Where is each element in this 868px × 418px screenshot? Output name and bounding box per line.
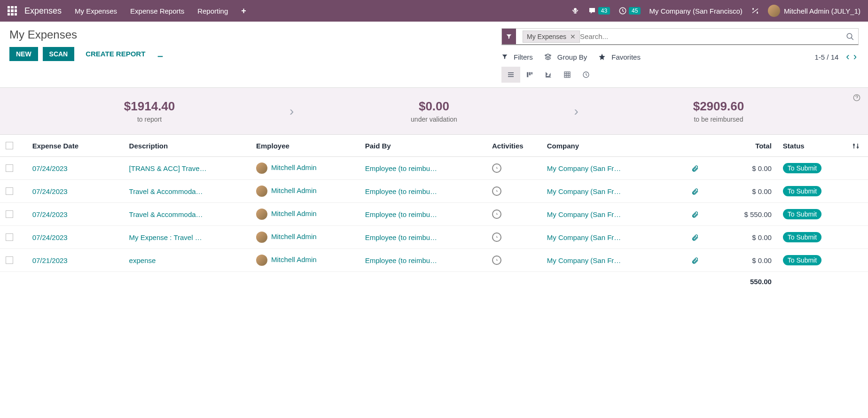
clock-icon[interactable] <box>492 186 501 196</box>
settings-icon[interactable] <box>751 7 759 15</box>
clock-icon[interactable] <box>492 232 501 242</box>
cell-activities[interactable] <box>486 226 541 249</box>
status-badge: To Submit <box>783 209 821 219</box>
col-description[interactable]: Description <box>124 135 250 157</box>
status-badge: To Submit <box>783 163 821 173</box>
nav-add-icon[interactable]: + <box>241 6 246 16</box>
dashboard-to-report[interactable]: $1914.40 to report <box>19 99 280 123</box>
col-status[interactable]: Status <box>777 135 844 157</box>
row-checkbox[interactable] <box>6 187 13 195</box>
nav-expense-reports[interactable]: Expense Reports <box>130 7 184 15</box>
col-company[interactable]: Company <box>541 135 668 157</box>
cell-activities[interactable] <box>486 203 541 226</box>
svg-rect-6 <box>508 74 514 75</box>
table-row[interactable]: 07/24/2023 Travel & Accommoda… Mitchell … <box>0 203 868 226</box>
svg-rect-11 <box>564 72 570 77</box>
cell-activities[interactable] <box>486 157 541 180</box>
nav-my-expenses[interactable]: My Expenses <box>75 7 117 15</box>
col-employee[interactable]: Employee <box>250 135 360 157</box>
company-switcher[interactable]: My Company (San Francisco) <box>649 7 742 15</box>
col-paidby[interactable]: Paid By <box>360 135 486 157</box>
attachment-icon[interactable] <box>691 256 699 264</box>
cell-description: My Expense : Travel … <box>124 226 250 249</box>
activities-icon[interactable]: 45 <box>618 7 641 15</box>
svg-rect-5 <box>508 72 514 73</box>
svg-point-3 <box>757 13 758 14</box>
view-kanban-icon[interactable] <box>520 67 539 83</box>
view-list-icon[interactable] <box>501 67 520 83</box>
employee-avatar <box>256 163 267 174</box>
dashboard-under-validation[interactable]: $0.00 under validation <box>303 99 564 123</box>
col-total[interactable]: Total <box>704 135 777 157</box>
favorites-button[interactable]: Favorites <box>598 53 641 61</box>
table-row[interactable]: 07/24/2023 [TRANS & ACC] Trave… Mitchell… <box>0 157 868 180</box>
svg-point-15 <box>857 147 859 148</box>
select-all-checkbox[interactable] <box>6 142 13 149</box>
search-icon[interactable] <box>846 31 854 41</box>
view-activity-icon[interactable] <box>577 67 595 83</box>
clock-icon[interactable] <box>492 209 501 219</box>
search-input[interactable] <box>580 32 846 40</box>
debug-icon[interactable] <box>571 7 579 15</box>
footer-total: 550.00 <box>704 272 777 292</box>
cell-company: My Company (San Fr… <box>541 226 668 249</box>
cell-description: Travel & Accommoda… <box>124 180 250 203</box>
column-settings-icon[interactable] <box>844 135 868 157</box>
table-row[interactable]: 07/24/2023 My Expense : Travel … Mitchel… <box>0 226 868 249</box>
row-checkbox[interactable] <box>6 210 13 218</box>
chevron-right-icon: › <box>280 104 303 119</box>
dashboard-to-reimburse[interactable]: $2909.60 to be reimbursed <box>588 99 849 123</box>
activities-badge: 45 <box>629 7 641 15</box>
pager-text[interactable]: 1-5 / 14 <box>814 53 838 61</box>
top-nav: Expenses My Expenses Expense Reports Rep… <box>0 0 868 22</box>
table-row[interactable]: 07/24/2023 Travel & Accommoda… Mitchell … <box>0 180 868 203</box>
cell-company: My Company (San Fr… <box>541 249 668 272</box>
attachment-icon[interactable] <box>691 210 699 218</box>
nav-reporting[interactable]: Reporting <box>197 7 228 15</box>
new-button[interactable]: NEW <box>9 47 38 61</box>
cell-activities[interactable] <box>486 180 541 203</box>
create-report-button[interactable]: CREATE REPORT <box>86 50 145 58</box>
view-graph-icon[interactable] <box>539 67 558 83</box>
cell-employee: Mitchell Admin <box>250 180 360 203</box>
row-checkbox[interactable] <box>6 256 13 264</box>
cell-status: To Submit <box>777 180 844 203</box>
attachment-icon[interactable] <box>691 233 699 241</box>
scan-button[interactable]: SCAN <box>43 47 75 61</box>
pager-prev-icon[interactable]: ‹ <box>844 51 851 63</box>
attachment-icon[interactable] <box>691 164 699 172</box>
user-menu[interactable]: Mitchell Admin (JULY_1) <box>768 5 860 17</box>
cell-status: To Submit <box>777 249 844 272</box>
messages-icon[interactable]: 43 <box>588 7 610 15</box>
cell-total: $ 0.00 <box>704 157 777 180</box>
svg-point-4 <box>847 34 852 39</box>
cell-date: 07/21/2023 <box>27 249 124 272</box>
col-date[interactable]: Expense Date <box>27 135 124 157</box>
cell-paidby: Employee (to reimbu… <box>360 157 486 180</box>
filters-button[interactable]: Filters <box>501 53 533 61</box>
view-pivot-icon[interactable] <box>558 67 577 83</box>
apps-icon[interactable] <box>8 6 17 15</box>
cell-employee: Mitchell Admin <box>250 157 360 180</box>
groupby-button[interactable]: Group By <box>544 53 587 61</box>
search-box[interactable]: My Expenses ✕ <box>501 28 859 45</box>
clock-icon[interactable] <box>492 255 501 265</box>
messages-badge: 43 <box>598 7 610 15</box>
cell-date: 07/24/2023 <box>27 157 124 180</box>
row-checkbox[interactable] <box>6 233 13 241</box>
help-icon[interactable] <box>853 93 860 101</box>
dashboard-summary: $1914.40 to report › $0.00 under validat… <box>0 87 868 135</box>
col-activities[interactable]: Activities <box>486 135 541 157</box>
download-icon[interactable] <box>156 50 164 58</box>
cell-description: [TRANS & ACC] Trave… <box>124 157 250 180</box>
clock-icon[interactable] <box>492 163 501 173</box>
table-row[interactable]: 07/21/2023 expense Mitchell Admin Employ… <box>0 249 868 272</box>
brand[interactable]: Expenses <box>24 6 62 16</box>
remove-facet-icon[interactable]: ✕ <box>570 33 576 40</box>
attachment-icon[interactable] <box>691 187 699 195</box>
cell-activities[interactable] <box>486 249 541 272</box>
row-checkbox[interactable] <box>6 164 13 172</box>
cell-company: My Company (San Fr… <box>541 157 668 180</box>
pager-next-icon[interactable]: › <box>852 51 859 63</box>
status-badge: To Submit <box>783 232 821 242</box>
